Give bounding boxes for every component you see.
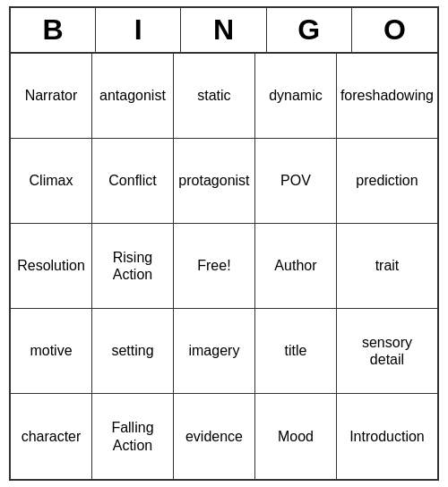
bingo-cell: antagonist <box>92 54 174 139</box>
cell-text: imagery <box>188 342 239 359</box>
cell-text: Introduction <box>349 428 425 445</box>
bingo-cell: prediction <box>337 139 437 224</box>
cell-text: motive <box>30 342 72 359</box>
cell-text: sensorydetail <box>362 334 412 368</box>
bingo-cell: POV <box>255 139 337 224</box>
cell-text: dynamic <box>269 87 323 104</box>
cell-text: Resolution <box>17 257 85 274</box>
cell-text: static <box>197 87 230 104</box>
cell-text: Climax <box>30 172 73 189</box>
bingo-cell: evidence <box>174 394 255 479</box>
bingo-cell: character <box>11 394 92 479</box>
cell-text: Free! <box>197 257 230 274</box>
cell-text: Narrator <box>25 87 78 104</box>
bingo-cell: foreshadowing <box>337 54 437 139</box>
bingo-cell: title <box>255 309 337 394</box>
bingo-cell: Mood <box>255 394 337 479</box>
header-letter: N <box>181 8 266 52</box>
bingo-cell: protagonist <box>174 139 255 224</box>
bingo-cell: setting <box>92 309 174 394</box>
cell-text: protagonist <box>178 172 249 189</box>
cell-text: setting <box>111 342 153 359</box>
cell-text: title <box>284 342 306 359</box>
bingo-cell: Narrator <box>11 54 92 139</box>
cell-text: trait <box>375 257 400 274</box>
header-letter: I <box>96 8 181 52</box>
bingo-cell: Introduction <box>337 394 437 479</box>
cell-text: antagonist <box>99 87 166 104</box>
bingo-cell: static <box>174 54 255 139</box>
bingo-grid: Narratorantagoniststaticdynamicforeshado… <box>11 54 437 479</box>
cell-text: prediction <box>356 172 418 189</box>
cell-text: Mood <box>278 428 314 445</box>
bingo-cell: motive <box>11 309 92 394</box>
cell-text: foreshadowing <box>340 87 434 104</box>
cell-text: Author <box>274 257 316 274</box>
bingo-cell: Climax <box>11 139 92 224</box>
bingo-cell: RisingAction <box>92 224 174 309</box>
bingo-cell: Conflict <box>92 139 174 224</box>
bingo-header: BINGO <box>11 8 437 54</box>
bingo-cell: Resolution <box>11 224 92 309</box>
bingo-cell: trait <box>337 224 437 309</box>
bingo-cell: FallingAction <box>92 394 174 479</box>
cell-text: FallingAction <box>111 419 153 453</box>
header-letter: G <box>267 8 352 52</box>
bingo-cell: dynamic <box>255 54 337 139</box>
cell-text: Conflict <box>108 172 156 189</box>
bingo-card: BINGO Narratorantagoniststaticdynamicfor… <box>9 6 439 481</box>
bingo-cell: Free! <box>174 224 255 309</box>
cell-text: POV <box>280 172 311 189</box>
cell-text: RisingAction <box>113 249 152 283</box>
cell-text: evidence <box>185 428 243 445</box>
cell-text: character <box>22 428 82 445</box>
bingo-cell: Author <box>255 224 337 309</box>
bingo-cell: sensorydetail <box>337 309 437 394</box>
bingo-cell: imagery <box>174 309 255 394</box>
header-letter: O <box>352 8 437 52</box>
header-letter: B <box>11 8 96 52</box>
